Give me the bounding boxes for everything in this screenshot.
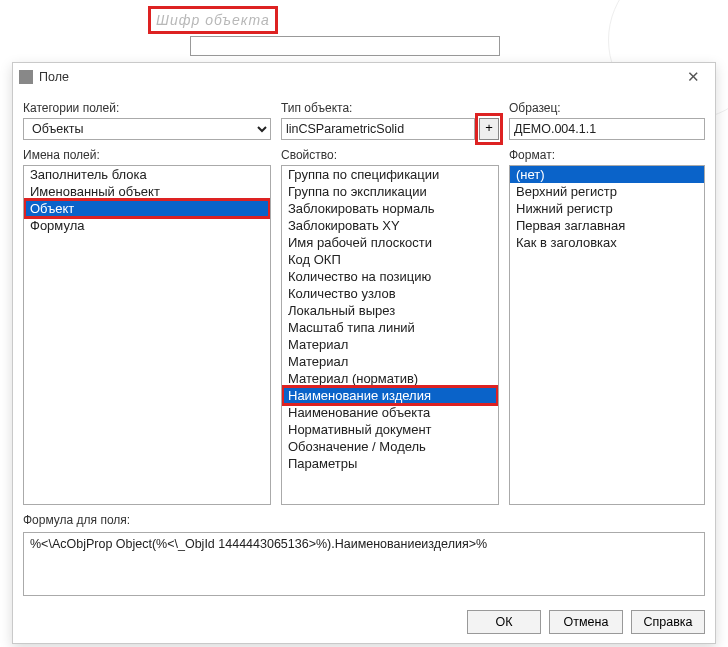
list-item[interactable]: Обозначение / Модель: [282, 438, 498, 455]
list-item[interactable]: Количество узлов: [282, 285, 498, 302]
list-item[interactable]: Формула: [24, 217, 270, 234]
background-ghost-rect: [190, 36, 500, 56]
obj-type-input[interactable]: [281, 118, 475, 140]
label-obj-type: Тип объекта:: [281, 101, 499, 115]
list-item[interactable]: Имя рабочей плоскости: [282, 234, 498, 251]
list-item[interactable]: Наименование объекта: [282, 404, 498, 421]
label-formula: Формула для поля:: [23, 513, 705, 527]
help-button[interactable]: Справка: [631, 610, 705, 634]
app-icon: [19, 70, 33, 84]
annotation-text: Шифр объекта: [156, 12, 270, 28]
list-item[interactable]: Верхний регистр: [510, 183, 704, 200]
label-categories: Категории полей:: [23, 101, 271, 115]
list-item[interactable]: Код ОКП: [282, 251, 498, 268]
list-item[interactable]: Параметры: [282, 455, 498, 472]
close-button[interactable]: ✕: [671, 63, 715, 91]
field-dialog: Поле ✕ Категории полей: Объекты Тип объе…: [12, 62, 716, 644]
list-item[interactable]: Нормативный документ: [282, 421, 498, 438]
cancel-button[interactable]: Отмена: [549, 610, 623, 634]
list-item[interactable]: Масштаб типа линий: [282, 319, 498, 336]
list-item[interactable]: Материал: [282, 353, 498, 370]
property-listbox[interactable]: Группа по спецификацииГруппа по эксплика…: [281, 165, 499, 505]
close-icon: ✕: [687, 68, 700, 86]
format-listbox[interactable]: (нет)Верхний регистрНижний регистрПервая…: [509, 165, 705, 505]
list-item[interactable]: Заблокировать нормаль: [282, 200, 498, 217]
ok-button[interactable]: ОК: [467, 610, 541, 634]
list-item[interactable]: Заблокировать XY: [282, 217, 498, 234]
button-bar: ОК Отмена Справка: [23, 610, 705, 634]
label-field-names: Имена полей:: [23, 148, 271, 162]
list-item[interactable]: Объект: [24, 200, 270, 217]
list-item[interactable]: Нижний регистр: [510, 200, 704, 217]
titlebar: Поле ✕: [13, 63, 715, 91]
label-property: Свойство:: [281, 148, 499, 162]
field-names-listbox[interactable]: Заполнитель блокаИменованный объектОбъек…: [23, 165, 271, 505]
label-format: Формат:: [509, 148, 705, 162]
list-item[interactable]: Материал (норматив): [282, 370, 498, 387]
dialog-title: Поле: [39, 70, 69, 84]
list-item[interactable]: Заполнитель блока: [24, 166, 270, 183]
list-item[interactable]: Локальный вырез: [282, 302, 498, 319]
formula-textarea[interactable]: [23, 532, 705, 596]
list-item[interactable]: Количество на позицию: [282, 268, 498, 285]
list-item[interactable]: Именованный объект: [24, 183, 270, 200]
categories-select[interactable]: Объекты: [23, 118, 271, 140]
list-item[interactable]: (нет): [510, 166, 704, 183]
list-item[interactable]: Материал: [282, 336, 498, 353]
list-item[interactable]: Группа по экспликации: [282, 183, 498, 200]
list-item[interactable]: Наименование изделия: [282, 387, 498, 404]
list-item[interactable]: Группа по спецификации: [282, 166, 498, 183]
pick-object-button[interactable]: +: [479, 118, 499, 140]
sample-input[interactable]: [509, 118, 705, 140]
label-sample: Образец:: [509, 101, 705, 115]
list-item[interactable]: Как в заголовках: [510, 234, 704, 251]
list-item[interactable]: Первая заглавная: [510, 217, 704, 234]
annotation-field-code: Шифр объекта: [148, 6, 278, 34]
